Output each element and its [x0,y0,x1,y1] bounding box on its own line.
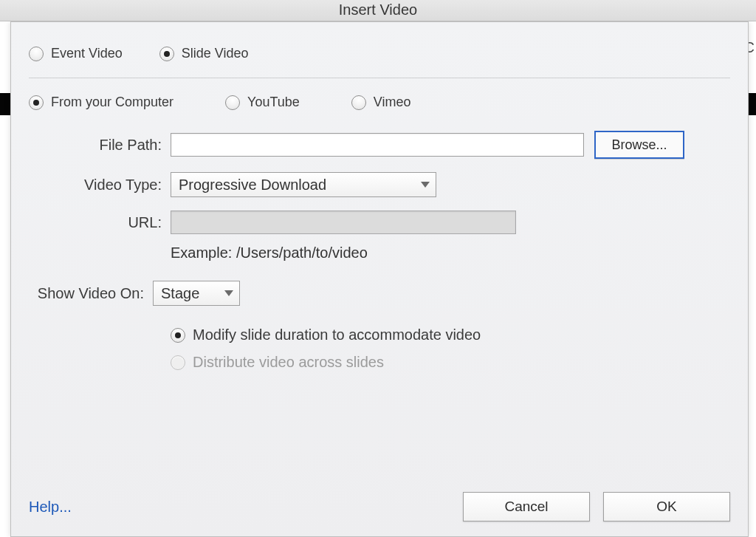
url-example-text: Example: /Users/path/to/video [171,244,730,261]
radio-event-video[interactable]: Event Video [29,46,123,61]
video-mode-group: Event Video Slide Video [11,22,748,78]
radio-vimeo[interactable]: Vimeo [351,95,411,110]
file-path-input[interactable] [171,133,584,157]
radio-label: Modify slide duration to accommodate vid… [193,326,481,343]
url-label: URL: [29,214,171,231]
dialog-titlebar: Insert Video [0,0,756,21]
radio-icon [29,95,44,110]
radio-youtube[interactable]: YouTube [225,95,300,110]
duration-group: Modify slide duration to accommodate vid… [171,326,730,371]
radio-label: Slide Video [182,46,249,61]
chevron-down-icon [421,182,430,188]
radio-distribute-slides: Distribute video across slides [171,354,730,371]
dialog-footer: Help... Cancel OK [11,492,748,521]
radio-label: From your Computer [51,95,173,110]
radio-label: Distribute video across slides [193,354,384,371]
radio-label: Event Video [51,46,123,61]
help-link[interactable]: Help... [29,499,72,516]
video-type-label: Video Type: [29,177,171,194]
select-value: Progressive Download [179,177,326,194]
radio-icon [225,95,240,110]
browse-button[interactable]: Browse... [594,131,684,159]
ok-button[interactable]: OK [603,492,730,521]
radio-icon [29,47,44,61]
radio-from-computer[interactable]: From your Computer [29,95,173,110]
url-input [171,211,516,234]
dialog-title: Insert Video [339,1,417,18]
source-group: From your Computer YouTube Vimeo [11,78,748,117]
insert-video-dialog: Event Video Slide Video From your Comput… [10,21,749,537]
video-type-select[interactable]: Progressive Download [171,172,436,197]
cancel-button[interactable]: Cancel [463,492,590,521]
chevron-down-icon [224,290,233,296]
form-grid: File Path: Browse... Video Type: Progres… [11,131,748,371]
show-on-label: Show Video On: [29,285,153,302]
radio-label: YouTube [247,95,300,110]
radio-modify-duration[interactable]: Modify slide duration to accommodate vid… [171,326,730,343]
radio-icon [351,95,366,110]
radio-icon [159,47,174,61]
radio-slide-video[interactable]: Slide Video [159,46,249,61]
radio-icon [171,328,185,343]
select-value: Stage [161,285,199,302]
radio-label: Vimeo [374,95,411,110]
file-path-label: File Path: [29,137,171,154]
radio-icon [171,355,185,370]
show-on-select[interactable]: Stage [153,281,240,306]
